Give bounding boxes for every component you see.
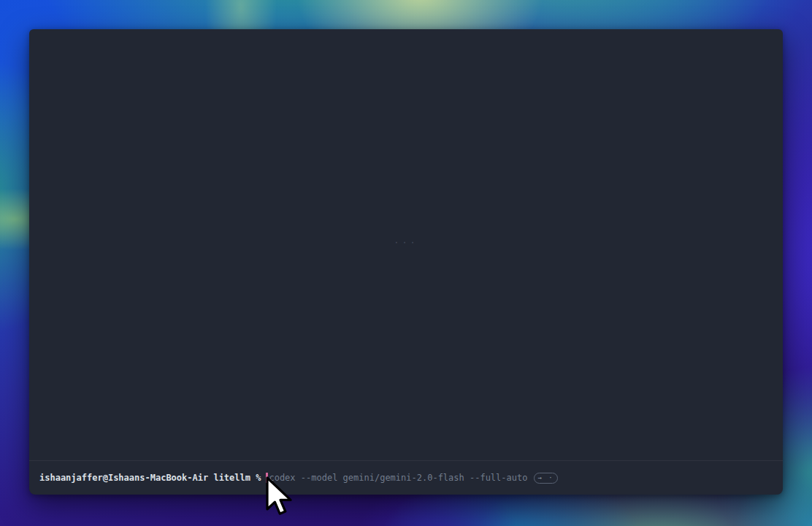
- accept-suggestion-key-hint: → ·: [534, 473, 557, 484]
- terminal-loading-indicator: ···: [394, 237, 418, 248]
- shell-prompt: ishaanjaffer@Ishaans-MacBook-Air litellm…: [39, 472, 261, 484]
- command-autosuggestion: codex --model gemini/gemini-2.0-flash --…: [269, 472, 527, 484]
- terminal-prompt-line[interactable]: ishaanjaffer@Ishaans-MacBook-Air litellm…: [29, 461, 783, 495]
- text-caret: [266, 473, 268, 483]
- terminal-window[interactable]: ··· ishaanjaffer@Ishaans-MacBook-Air lit…: [29, 29, 783, 495]
